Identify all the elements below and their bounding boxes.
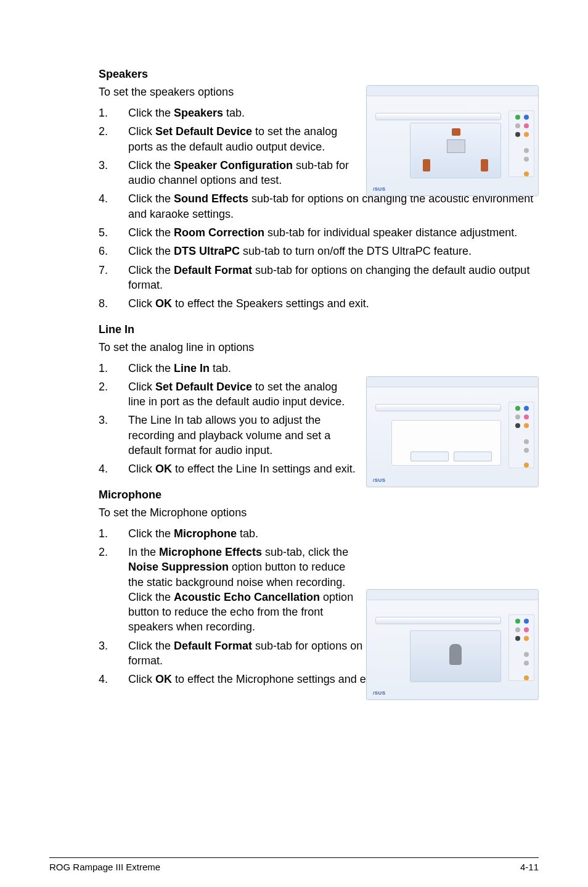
item-number: 2.: [99, 379, 128, 410]
asus-logo: /SUS: [373, 690, 386, 696]
item-number: 7.: [99, 263, 128, 293]
page-footer: ROG Rampage III Extreme 4-11: [49, 857, 539, 872]
list-item: 1.Click the Microphone tab.: [99, 524, 539, 543]
item-number: 6.: [99, 244, 128, 258]
item-body: Click the DTS UltraPC sub-tab to turn on…: [128, 244, 539, 258]
item-body: The Line In tab allows you to adjust the…: [128, 413, 356, 458]
item-number: 1.: [99, 105, 128, 120]
item-body: Click the Speaker Configuration sub-tab …: [128, 158, 356, 188]
list-item: 8.Click OK to effect the Speakers settin…: [99, 294, 539, 313]
item-number: 4.: [99, 672, 128, 687]
list-item: 1.Click the Line In tab.: [99, 359, 539, 377]
item-body: Click the Line In tab.: [128, 361, 356, 376]
asus-logo: /SUS: [373, 477, 386, 483]
linein-screenshot: /SUS: [366, 376, 539, 487]
item-body: Click OK to effect the Speakers settings…: [128, 296, 539, 311]
list-item: 5.Click the Room Correction sub-tab for …: [99, 223, 539, 242]
microphone-heading: Microphone: [99, 489, 539, 501]
speakers-heading: Speakers: [99, 68, 539, 81]
microphone-intro: To set the Microphone options: [99, 506, 539, 519]
linein-heading: Line In: [99, 323, 539, 336]
item-number: 8.: [99, 296, 128, 311]
microphone-screenshot: /SUS: [366, 589, 539, 700]
item-number: 3.: [99, 413, 128, 458]
list-item: 7.Click the Default Format sub-tab for o…: [99, 261, 539, 295]
item-body: Click the Default Format sub-tab for opt…: [128, 263, 539, 293]
asus-logo: /SUS: [373, 186, 386, 192]
item-body: Click the Microphone tab.: [128, 526, 356, 541]
item-number: 1.: [99, 361, 128, 376]
item-number: 1.: [99, 526, 128, 541]
item-number: 2.: [99, 545, 128, 635]
item-body: In the Microphone Effects sub-tab, click…: [128, 545, 356, 635]
speakers-screenshot: /SUS: [366, 85, 539, 196]
list-item: 6.Click the DTS UltraPC sub-tab to turn …: [99, 242, 539, 260]
item-body: Click the Speakers tab.: [128, 105, 356, 120]
item-number: 4.: [99, 461, 128, 476]
item-number: 2.: [99, 124, 128, 154]
footer-left: ROG Rampage III Extreme: [49, 862, 160, 872]
item-body: Click Set Default Device to set the anal…: [128, 379, 356, 410]
item-number: 4.: [99, 191, 128, 221]
item-body: Click Set Default Device to set the anal…: [128, 124, 356, 154]
item-body: Click the Room Correction sub-tab for in…: [128, 225, 539, 240]
linein-intro: To set the analog line in options: [99, 341, 539, 354]
footer-right: 4-11: [520, 862, 539, 872]
item-number: 5.: [99, 225, 128, 240]
item-number: 3.: [99, 638, 128, 669]
item-number: 3.: [99, 158, 128, 188]
